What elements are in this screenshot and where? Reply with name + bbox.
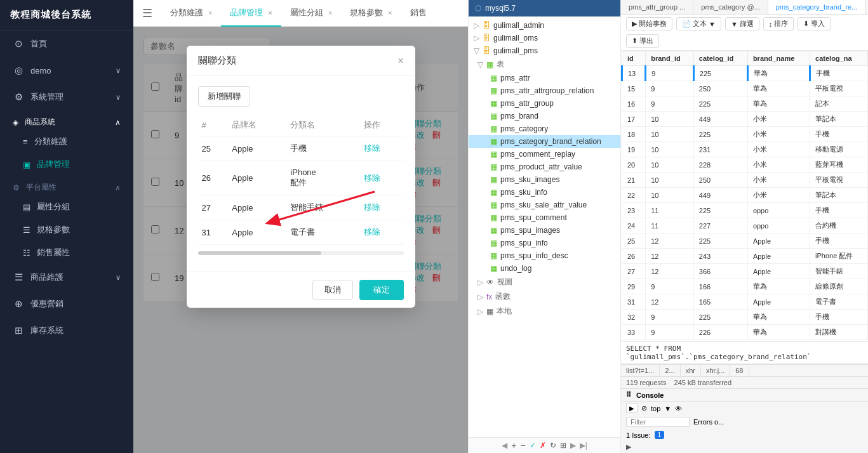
tab-brand-close[interactable]: × [268, 9, 272, 16]
sidebar-item-goods-maint[interactable]: ☰ 商品維護 ∨ [0, 264, 133, 291]
sidebar-item-attr-group[interactable]: ▤ 屬性分組 [23, 195, 133, 218]
db-item-pms[interactable]: ▽ 🗄 gulimall_pms [469, 44, 620, 57]
db-nav-add[interactable]: + [511, 440, 516, 450]
right-tab-2[interactable]: pms_category @... [693, 0, 768, 14]
tab-brand[interactable]: 品牌管理 × [221, 0, 281, 27]
db-table-pms-spu-info[interactable]: ▦ pms_spu_info [469, 237, 620, 249]
table-icon: ▦ [490, 226, 497, 235]
console-filter-input[interactable] [626, 417, 690, 427]
tab-spec-param[interactable]: 規格參數 × [341, 0, 401, 27]
add-association-button[interactable]: 新增關聯 [198, 86, 250, 107]
db-table-pms-spu-comment[interactable]: ▦ pms_spu_comment [469, 211, 620, 224]
db-table-pms-category-brand[interactable]: ▦ pms_category_brand_relation [469, 135, 620, 148]
db-nav-far-right[interactable]: ▶| [580, 441, 587, 450]
db-nav-right-arrow[interactable]: ▶ [570, 441, 576, 450]
sidebar-item-brand[interactable]: ▣ 品牌管理 [23, 153, 133, 176]
console-execute-btn[interactable]: ▶ [626, 404, 638, 413]
tab-attr-group[interactable]: 屬性分組 × [281, 0, 341, 27]
remove-link[interactable]: 移除 [364, 202, 380, 212]
chevron-down-icon: ∨ [116, 273, 121, 282]
tab-category[interactable]: 分類維護 × [161, 0, 221, 27]
filter-bar: Errors o... [621, 415, 868, 429]
sidebar-item-label: 銷售屬性 [37, 247, 70, 258]
sidebar-item-spec-param[interactable]: ☰ 規格參數 [23, 218, 133, 241]
tab-spec-close[interactable]: × [388, 9, 392, 16]
db-table-pms-spu-info-desc[interactable]: ▦ pms_spu_info_desc [469, 249, 620, 262]
db-item-oms[interactable]: ▷ 🗄 gulimall_oms [469, 32, 620, 44]
sidebar-item-sales-attr[interactable]: ☷ 銷售屬性 [23, 241, 133, 264]
modal-close-button[interactable]: × [397, 55, 403, 67]
db-nav-check[interactable]: ✓ [530, 441, 536, 450]
db-header: ⬡ mysql5.7 [469, 0, 620, 16]
db-item-admin[interactable]: ▷ 🗄 gulimall_admin [469, 19, 620, 32]
right-panel: pms_attr_group ... pms_category @... pms… [620, 0, 868, 453]
db-table-pms-brand[interactable]: ▦ pms_brand [469, 110, 620, 122]
sidebar-sub-platform: ▤ 屬性分組 ☰ 規格參數 ☷ 銷售屬性 [0, 195, 133, 264]
db-nav-minus[interactable]: − [520, 440, 525, 450]
db-table-pms-category[interactable]: ▦ pms_category [469, 122, 620, 135]
db-table-pms-product-attr[interactable]: ▦ pms_product_attr_value [469, 161, 620, 173]
db-table-pms-spu-images[interactable]: ▦ pms_spu_images [469, 224, 620, 237]
table-icon: ▦ [490, 137, 497, 146]
col-brand-name: brand_name [747, 51, 810, 66]
sidebar-item-demo[interactable]: ◎ demo ∨ [0, 57, 133, 84]
hamburger-menu[interactable]: ☰ [140, 6, 161, 20]
table-icon: ▦ [490, 251, 497, 260]
remove-link[interactable]: 移除 [364, 143, 380, 153]
db-nav-x[interactable]: ✗ [540, 441, 546, 450]
db-other-section[interactable]: ▷ ▦ 本地 [469, 304, 620, 318]
filter-btn[interactable]: ▼ 篩選 [725, 17, 759, 30]
sidebar-item-home[interactable]: ⊙ 首頁 [0, 30, 133, 57]
import-btn[interactable]: ⬇ 導入 [798, 17, 831, 30]
console-dropdown[interactable]: ▼ [664, 405, 671, 412]
db-table-undo-log[interactable]: ▦ undo_log [469, 262, 620, 275]
net-tab-xhr[interactable]: xhr [681, 365, 701, 376]
sidebar-item-warehouse[interactable]: ⊞ 庫存系統 [0, 317, 133, 344]
net-tab-68[interactable]: 68 [730, 365, 749, 376]
text-btn[interactable]: 📄 文本 ▼ [676, 17, 721, 30]
export-btn[interactable]: ⬆ 導出 [626, 34, 659, 48]
db-tables-section[interactable]: ▽ ▦ 表 [469, 57, 620, 72]
table-icon: ▦ [490, 213, 497, 222]
sidebar-section-goods[interactable]: ◈ 商品系統 ∧ [0, 110, 133, 130]
confirm-button[interactable]: 確定 [359, 280, 404, 300]
right-data-table: id brand_id catelog_id brand_name catelo… [621, 51, 868, 340]
remove-link[interactable]: 移除 [364, 173, 380, 183]
db-nav-grid[interactable]: ⊞ [560, 441, 566, 450]
sidebar-item-promo[interactable]: ⊕ 優惠營銷 [0, 291, 133, 317]
cancel-button[interactable]: 取消 [312, 280, 353, 300]
net-tab-xhr-j[interactable]: xhr.j... [701, 365, 730, 376]
sort-btn[interactable]: ↕ 排序 [763, 17, 794, 30]
right-tab-1[interactable]: pms_attr_group ... [621, 0, 693, 14]
db-table-pms-comment[interactable]: ▦ pms_comment_replay [469, 148, 620, 161]
db-functions-section[interactable]: ▷ fx 函數 [469, 289, 620, 304]
net-tab-2[interactable]: 2... [660, 365, 680, 376]
db-nav-left-arrow[interactable]: ◀ [502, 441, 507, 450]
horizontal-scrollbar[interactable] [198, 251, 404, 255]
sidebar-item-system[interactable]: ⚙ 系統管理 ∨ [0, 84, 133, 110]
right-table-row: 15 9 250 華為 平板電視 [622, 81, 868, 96]
db-table-pms-sku-info[interactable]: ▦ pms_sku_info [469, 186, 620, 199]
table-icon: ▦ [490, 99, 497, 108]
sidebar-item-category[interactable]: ≡ 分類維護 [23, 130, 133, 153]
db-table-pms-sku-images[interactable]: ▦ pms_sku_images [469, 173, 620, 186]
begin-task-btn[interactable]: ▶ 開始事務 [626, 17, 672, 30]
table-icon: ▦ [490, 200, 497, 209]
tab-sales[interactable]: 銷售 [401, 0, 436, 27]
expand-icon: ▷ [477, 292, 483, 301]
db-table-pms-attr-attrgroup[interactable]: ▦ pms_attr_attrgroup_relation [469, 84, 620, 97]
tab-category-close[interactable]: × [208, 9, 212, 16]
table-icon: ▦ [490, 74, 497, 82]
right-tab-3[interactable]: pms_category_brand_re... [768, 0, 865, 14]
db-table-pms-attr[interactable]: ▦ pms_attr [469, 72, 620, 84]
sidebar-item-label: 平台屬性 [26, 182, 57, 193]
tab-attr-close[interactable]: × [328, 9, 332, 16]
sidebar-section-platform[interactable]: ⚙ 平台屬性 ∧ [0, 176, 133, 195]
db-views-section[interactable]: ▷ 👁 視圖 [469, 275, 620, 289]
remove-link[interactable]: 移除 [364, 227, 380, 237]
db-table-pms-sku-sale[interactable]: ▦ pms_sku_sale_attr_value [469, 199, 620, 211]
db-table-pms-attr-group[interactable]: ▦ pms_attr_group [469, 97, 620, 110]
db-nav-refresh[interactable]: ↻ [550, 441, 556, 450]
right-data-scroll[interactable]: id brand_id catelog_id brand_name catelo… [621, 51, 868, 341]
net-tab-1[interactable]: list?t=1... [621, 365, 660, 376]
